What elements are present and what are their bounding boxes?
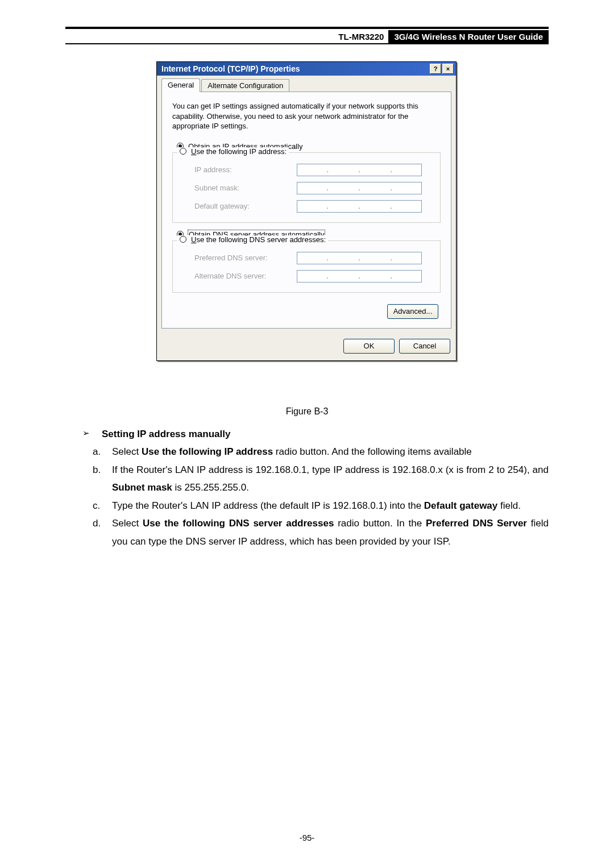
header-title: 3G/4G Wireless N Router User Guide [388,30,549,44]
row-default-gateway: Default gateway: ... [180,197,433,215]
dns-manual-group: Use the following DNS server addresses: … [172,240,441,293]
dialog-titlebar: Internet Protocol (TCP/IP) Properties ? … [157,62,456,76]
input-default-gateway[interactable]: ... [297,200,422,213]
dialog-title: Internet Protocol (TCP/IP) Properties [159,64,429,73]
dialog-tabstrip: General Alternate Configuration [157,76,456,92]
label-default-gateway: Default gateway: [194,202,297,210]
close-icon[interactable]: × [442,64,454,74]
row-preferred-dns: Preferred DNS server: ... [180,249,433,267]
input-preferred-dns[interactable]: ... [297,252,422,264]
list-item-b: If the Router's LAN IP address is 192.16… [112,461,549,497]
help-icon[interactable]: ? [430,64,441,74]
list-item-c: Type the Router's LAN IP address (the de… [112,497,549,514]
label-alternate-dns: Alternate DNS server: [194,272,297,280]
list-item-d: Select Use the following DNS server addr… [112,514,549,550]
radio-use-following-dns[interactable]: Use the following DNS server addresses: [177,235,328,244]
ok-button[interactable]: OK [343,339,395,354]
label-preferred-dns: Preferred DNS server: [194,254,297,262]
list-marker: c. [82,497,112,514]
list-marker: d. [82,514,112,550]
section-heading: Setting IP address manually [102,429,230,439]
input-subnet-mask[interactable]: ... [297,182,422,194]
label-ip-address: IP address: [194,165,297,174]
tab-general-body: You can get IP settings assigned automat… [161,92,451,329]
radio-empty-icon [180,148,186,155]
tab-general[interactable]: General [161,78,200,92]
document-content: ➢ Setting IP address manually a. Select … [82,425,549,550]
list-item-a: Select Use the following IP address radi… [112,443,549,460]
header-top-rule [65,27,549,29]
advanced-row: Advanced... [172,298,441,319]
figure-caption: Figure B-3 [0,406,614,417]
bullet-icon: ➢ [82,425,102,443]
row-alternate-dns: Alternate DNS server: ... [180,267,433,285]
row-ip-address: IP address: ... [180,161,433,179]
label-subnet-mask: Subnet mask: [194,184,297,192]
header-bottom-rule [65,43,549,44]
list-marker: b. [82,461,112,497]
row-subnet-mask: Subnet mask: ... [180,179,433,197]
tcpip-properties-dialog: Internet Protocol (TCP/IP) Properties ? … [156,61,457,361]
tab-alternate-configuration[interactable]: Alternate Configuration [201,79,289,92]
ip-manual-group: Use the following IP address: IP address… [172,152,441,223]
dialog-description: You can get IP settings assigned automat… [172,101,441,131]
input-alternate-dns[interactable]: ... [297,270,422,283]
radio-use-following-ip[interactable]: Use the following IP address: [177,147,289,156]
list-marker: a. [82,443,112,460]
dialog-button-row: OK Cancel [157,333,456,360]
radio-empty-icon [180,236,186,243]
header-model: TL-MR3220 [334,30,388,44]
input-ip-address[interactable]: ... [297,164,422,176]
advanced-button[interactable]: Advanced... [387,304,438,319]
page-header: TL-MR3220 3G/4G Wireless N Router User G… [65,30,549,44]
page-number: -95- [0,833,614,842]
cancel-button[interactable]: Cancel [399,339,450,354]
